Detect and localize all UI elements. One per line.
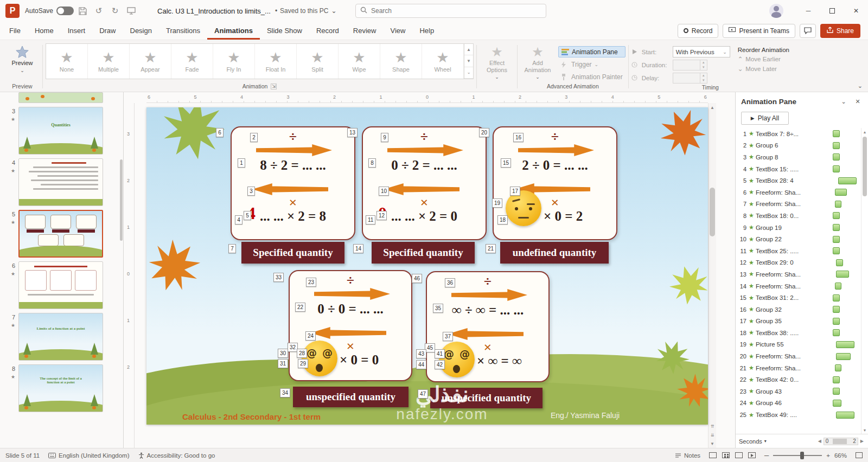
animation-sequence-tag[interactable]: 4 xyxy=(235,215,242,224)
timing-bar[interactable] xyxy=(836,353,851,360)
ribbon-tab[interactable]: Transitions xyxy=(159,22,207,40)
saved-status[interactable]: • Saved to this PC ⌄ xyxy=(275,7,337,15)
search-input[interactable] xyxy=(371,7,541,15)
thumbnail-slide-4[interactable]: 4 ★ xyxy=(4,158,120,206)
animation-sequence-tag[interactable]: 16 xyxy=(513,133,524,142)
animation-sequence-tag[interactable]: 17 xyxy=(510,187,520,196)
minimize-button[interactable]: ─ xyxy=(796,0,820,22)
maximize-button[interactable] xyxy=(820,0,844,22)
gallery-scroll-down[interactable]: ▼ xyxy=(464,55,473,67)
delay-spinner[interactable]: ▲▼ xyxy=(673,73,707,84)
animation-sequence-tag[interactable]: 18 xyxy=(497,215,508,224)
timing-bar[interactable] xyxy=(835,189,847,196)
timing-bar[interactable] xyxy=(835,364,841,371)
animation-sequence-tag[interactable]: 6 xyxy=(216,128,224,137)
animation-style-option[interactable]: ★ Float In xyxy=(255,44,297,79)
document-title-area[interactable]: Calc. U3 L1_Introduction to limits_... •… xyxy=(157,7,336,15)
timing-bar[interactable] xyxy=(833,247,840,254)
animation-sequence-tag[interactable]: 36 xyxy=(445,278,455,287)
animation-pane-item[interactable]: 9 ★ Group 19 xyxy=(736,222,861,234)
timing-bar[interactable] xyxy=(833,153,840,161)
start-dropdown[interactable]: With Previous ⌄ xyxy=(673,46,730,57)
vertical-ruler[interactable]: 3 2 1 0 1 2 xyxy=(125,103,135,448)
timing-bar[interactable] xyxy=(833,165,840,172)
animation-sequence-tag[interactable]: 7 xyxy=(228,244,236,253)
animation-sequence-tag[interactable]: 30 xyxy=(278,349,288,358)
animation-pane-item[interactable]: 16 ★ Group 32 xyxy=(736,304,861,316)
play-all-button[interactable]: ▶ Play All xyxy=(741,112,789,125)
effect-options-button[interactable]: ★ Effect Options ⌄ xyxy=(480,43,514,80)
thumbnail-partial[interactable] xyxy=(4,92,120,103)
accessibility-checker[interactable]: Accessibility: Good to go xyxy=(138,452,215,459)
timing-bar[interactable] xyxy=(833,400,841,407)
animation-sequence-tag[interactable]: 23 xyxy=(306,278,316,287)
previous-slide-button[interactable]: ⇈ xyxy=(709,422,716,431)
animation-style-option[interactable]: ★ None xyxy=(46,44,88,79)
animation-pane-item[interactable]: 4 ★ TextBox 15: ..... xyxy=(736,163,861,175)
animation-sequence-tag[interactable]: 9 xyxy=(381,133,388,142)
animation-sequence-tag[interactable]: 5 xyxy=(244,211,251,220)
ribbon-tab[interactable]: Design xyxy=(123,22,159,40)
scale-left-arrow[interactable]: ◀ xyxy=(817,439,822,444)
redo-icon[interactable]: ↻ xyxy=(107,3,123,18)
animation-sequence-tag[interactable]: 20 xyxy=(479,128,489,137)
animation-pane-scrollbar[interactable]: ▲ ▼ xyxy=(861,128,868,434)
scroll-up-arrow[interactable]: ▲ xyxy=(709,103,716,112)
thumbnail-slide-3[interactable]: 3 ★ Quantities xyxy=(4,107,120,155)
record-button[interactable]: Record xyxy=(678,24,719,38)
pane-close-icon[interactable]: ✕ xyxy=(853,98,863,105)
animation-sequence-tag[interactable]: 33 xyxy=(273,273,284,282)
animation-pane-item[interactable]: 23 ★ Group 43 xyxy=(736,386,861,397)
seconds-dropdown[interactable]: Seconds ▾ xyxy=(739,438,767,445)
duration-spinner[interactable]: ▲▼ xyxy=(673,60,707,70)
zoom-out-button[interactable]: ─ xyxy=(764,452,769,459)
collapse-ribbon-button[interactable]: ⌄ xyxy=(858,82,863,89)
normal-view-button[interactable] xyxy=(709,452,717,458)
timing-bar[interactable] xyxy=(833,318,840,325)
scale-thumb[interactable] xyxy=(833,439,847,444)
notes-button[interactable]: Notes xyxy=(675,452,700,459)
animation-pane-item[interactable]: 8 ★ TextBox 18: 0... xyxy=(736,210,861,222)
ribbon-tab[interactable]: Insert xyxy=(61,22,93,40)
timing-bar[interactable] xyxy=(833,236,840,243)
animation-sequence-tag[interactable]: 34 xyxy=(280,388,290,397)
pane-options-chevron-icon[interactable]: ⌄ xyxy=(839,98,848,105)
timing-bar[interactable] xyxy=(836,271,849,278)
ribbon-tab[interactable]: Animations xyxy=(207,22,260,40)
ribbon-tab[interactable]: Draw xyxy=(92,22,123,40)
animation-sequence-tag[interactable]: 8 xyxy=(368,158,376,168)
slide-canvas[interactable]: نفذلي nafezly.com ÷ 8 ÷ 2 = ... ... × 4 … xyxy=(146,107,708,425)
animation-pane-item[interactable]: 5 ★ TextBox 28: 4 xyxy=(736,175,861,187)
animation-pane-item[interactable]: 19 ★ Picture 55 xyxy=(736,339,861,351)
zoom-slider-thumb[interactable] xyxy=(800,452,804,459)
timing-bar[interactable] xyxy=(836,341,854,348)
trigger-button[interactable]: Trigger ⌄ xyxy=(558,59,626,70)
animation-pane-item[interactable]: 24 ★ Group 46 xyxy=(736,397,861,409)
animation-sequence-tag[interactable]: 1 xyxy=(238,158,245,168)
present-in-teams-button[interactable]: Present in Teams xyxy=(723,24,795,38)
animation-pane-item[interactable]: 1 ★ TextBox 7: 8÷... xyxy=(736,128,861,140)
timing-bar[interactable] xyxy=(833,212,840,219)
animation-sequence-tag[interactable]: 2 xyxy=(250,133,258,142)
animation-sequence-tag[interactable]: 43 xyxy=(416,349,426,358)
ribbon-tab[interactable]: Help xyxy=(412,22,441,40)
thumbnail-slide-8[interactable]: 8 ★ The concept of the limit of a functi… xyxy=(4,364,120,412)
slide-number-indicator[interactable]: Slide 5 of 11 xyxy=(5,452,40,459)
timing-bar[interactable] xyxy=(833,329,840,336)
slide-footer-author[interactable]: Eng./ Yasmina Faluji xyxy=(551,411,620,420)
timing-bar[interactable] xyxy=(838,177,857,184)
slide-footer-course[interactable]: Calculus - 2nd Secondary - 1st term xyxy=(182,412,321,421)
quantity-label[interactable]: Specified quantity xyxy=(372,242,475,264)
ribbon-tab[interactable]: Review xyxy=(346,22,384,40)
animation-sequence-tag[interactable]: 3 xyxy=(247,187,255,196)
division-card-2-div-0[interactable]: ÷ 2 ÷ 0 = ... ... × × 0 = 2 xyxy=(493,126,617,240)
animation-sequence-tag[interactable]: 47 xyxy=(418,389,428,399)
animation-pane-item[interactable]: 3 ★ Group 8 xyxy=(736,151,861,163)
zoom-level[interactable]: 66% xyxy=(834,452,847,459)
thumbnail-slide-5-selected[interactable]: 5 ★ xyxy=(4,210,120,258)
move-later-button[interactable]: ⌄Move Later xyxy=(738,65,789,73)
animation-style-option[interactable]: ★ Appear xyxy=(130,44,171,79)
quantity-label[interactable]: undefined quantity xyxy=(500,242,609,264)
animation-pane-item[interactable]: 13 ★ Freeform: Sha... xyxy=(736,268,861,280)
close-button[interactable]: ✕ xyxy=(844,0,868,22)
